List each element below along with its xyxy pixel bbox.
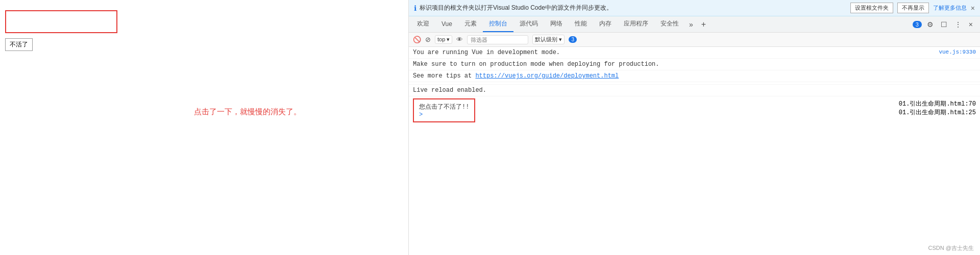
console-red-box: 您点击了不活了!! > (413, 98, 475, 122)
tab-console[interactable]: 控制台 (483, 16, 513, 32)
context-selector[interactable]: top ▾ (435, 35, 452, 44)
filter-input[interactable] (467, 35, 528, 44)
red-box-source-2[interactable]: 01.引出生命周期.html:25 (899, 108, 976, 117)
devtools-tab-bar: 欢迎 Vue 元素 控制台 源代码 网络 性能 内存 应用程序 安全性 » + … (409, 16, 980, 33)
hide-info-button[interactable]: 不再显示 (897, 3, 929, 13)
vuejs-link[interactable]: https://vuejs.org/guide/deployment.html (475, 72, 619, 80)
console-badge: 3 (913, 21, 922, 28)
tab-right-actions: 3 ⚙ ☐ ⋮ × (913, 19, 978, 30)
console-text-2: Make sure to turn on production mode whe… (413, 60, 976, 69)
tab-sources[interactable]: 源代码 (513, 16, 544, 32)
console-content: You are running Vue in development mode.… (409, 47, 980, 255)
inactive-button[interactable]: 不活了 (5, 38, 33, 51)
info-close-button[interactable]: × (971, 4, 975, 12)
set-root-folder-button[interactable]: 设置根文件夹 (850, 3, 893, 13)
console-text-1: You are running Vue in development mode. (413, 48, 930, 57)
log-level-select[interactable]: 默认级别 ▾ (532, 35, 565, 44)
devtools-panel: ℹ 标识项目的根文件夹以打开Visual Studio Code中的源文件并同步… (408, 0, 980, 255)
tab-more-icon[interactable]: » (685, 18, 697, 31)
error-count-badge: 3 (569, 36, 577, 43)
top-red-outline-box (5, 10, 117, 33)
tab-memory[interactable]: 内存 (593, 16, 618, 32)
console-line-reload: Live reload enabled. (409, 85, 980, 96)
info-bar: ℹ 标识项目的根文件夹以打开Visual Studio Code中的源文件并同步… (409, 0, 980, 16)
dock-icon[interactable]: ☐ (939, 19, 949, 30)
red-box-source-1[interactable]: 01.引出生命周期.html:70 (899, 99, 976, 108)
settings-icon[interactable]: ⚙ (925, 19, 936, 30)
filter-icon[interactable]: ⊘ (425, 36, 431, 43)
attribution-text: CSDN @吉士先生 (928, 244, 974, 252)
left-panel: 不活了 点击了一下，就慢慢的消失了。 (0, 0, 408, 255)
info-icon: ℹ (414, 4, 416, 12)
console-text-3: See more tips at https://vuejs.org/guide… (413, 71, 976, 81)
tab-elements[interactable]: 元素 (458, 16, 483, 32)
tab-welcome[interactable]: 欢迎 (411, 16, 435, 32)
console-source-1[interactable]: vue.js:9330 (939, 48, 976, 57)
console-toolbar: 🚫 ⊘ top ▾ 👁 默认级别 ▾ 3 (409, 33, 980, 47)
tab-performance[interactable]: 性能 (569, 16, 593, 32)
more-options-icon[interactable]: ⋮ (952, 19, 964, 30)
console-line-2: Make sure to turn on production mode whe… (409, 59, 980, 70)
close-devtools-icon[interactable]: × (967, 19, 975, 30)
tab-add-icon[interactable]: + (697, 18, 710, 31)
info-bar-text: 标识项目的根文件夹以打开Visual Studio Code中的源文件并同步更改… (420, 4, 846, 12)
tab-application[interactable]: 应用程序 (618, 16, 654, 32)
red-box-arrow[interactable]: > (419, 111, 469, 118)
tab-network[interactable]: 网络 (544, 16, 569, 32)
red-box-line1: 您点击了不活了!! (419, 103, 469, 111)
click-description-text: 点击了一下，就慢慢的消失了。 (194, 107, 301, 117)
eye-icon[interactable]: 👁 (456, 36, 463, 43)
clear-console-icon[interactable]: 🚫 (413, 36, 421, 43)
learn-more-link[interactable]: 了解更多信息 (933, 4, 967, 12)
console-line-3: See more tips at https://vuejs.org/guide… (409, 70, 980, 82)
tab-security[interactable]: 安全性 (654, 16, 685, 32)
tab-vue[interactable]: Vue (435, 17, 458, 32)
console-line-1: You are running Vue in development mode.… (409, 47, 980, 59)
console-text-reload: Live reload enabled. (413, 86, 976, 95)
